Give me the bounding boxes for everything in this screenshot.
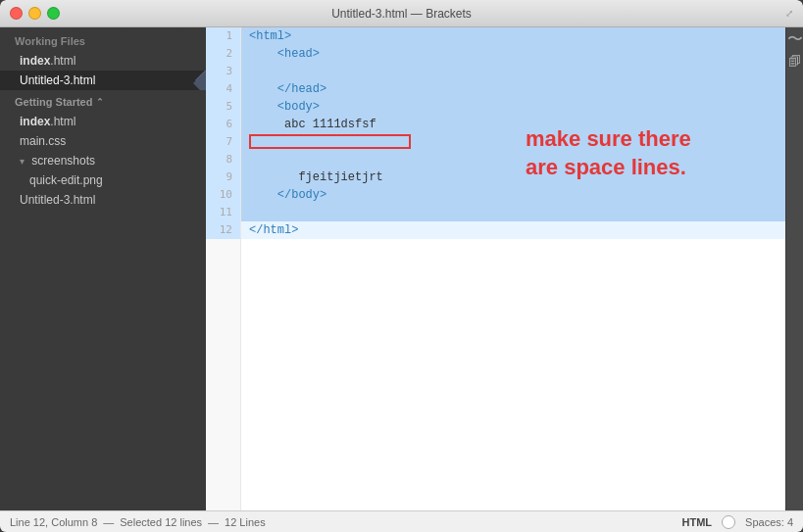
line-num-8: 8 — [206, 151, 240, 169]
statusbar-dash2: — — [208, 516, 219, 528]
sidebar-item-main-css[interactable]: main.css — [0, 131, 206, 151]
code-line-6: abc 1111dsfsf — [241, 116, 785, 133]
sidebar-item-screenshots-folder[interactable]: ▾ screenshots — [0, 151, 206, 170]
file-label: index.html — [20, 115, 75, 128]
spaces-label[interactable]: Spaces: 4 — [745, 516, 793, 528]
line-numbers: 1 2 3 4 5 6 7 8 9 10 11 12 — [206, 27, 241, 510]
code-line-1: <html> — [241, 27, 785, 45]
sidebar-item-quick-edit[interactable]: quick-edit.png — [0, 170, 206, 190]
code-line-5: <body> — [241, 98, 785, 116]
wave-icon[interactable]: 〜 — [788, 32, 802, 46]
expand-icon[interactable]: ⤢ — [785, 8, 793, 19]
sidebar-item-untitled3-gs[interactable]: Untitled-3.html — [0, 190, 206, 210]
getting-started-label: Getting Started — [15, 96, 92, 108]
annotation: make sure there are space lines. — [526, 125, 691, 181]
folder-arrow: ▾ — [20, 156, 25, 167]
cursor-position: Line 12, Column 8 — [10, 516, 97, 528]
code-line-8 — [241, 151, 785, 169]
file-label: Untitled-3.html — [20, 193, 95, 207]
window-controls — [10, 7, 60, 20]
statusbar-dash: — — [103, 516, 114, 528]
lines-count: 12 Lines — [225, 516, 266, 528]
file-label: quick-edit.png — [29, 173, 103, 187]
file-label: Untitled-3.html — [20, 73, 95, 87]
language-label[interactable]: HTML — [682, 516, 713, 528]
selected-arrow — [195, 71, 206, 90]
selection-info: Selected 12 lines — [120, 516, 202, 528]
code-lines[interactable]: <html> <head> </head> <body> abc 1111dsf… — [241, 27, 785, 510]
sidebar-item-untitled3-working[interactable]: Untitled-3.html — [0, 71, 206, 90]
sidebar: Working Files index.html Untitled-3.html… — [0, 27, 206, 510]
sidebar-item-index-working[interactable]: index.html — [0, 51, 206, 71]
sidebar-item-index-gs[interactable]: index.html — [0, 112, 206, 131]
code-line-4: </head> — [241, 80, 785, 98]
line-num-4: 4 — [206, 80, 240, 98]
line-num-11: 11 — [206, 204, 240, 221]
file-label: main.css — [20, 134, 66, 148]
code-line-3 — [241, 63, 785, 80]
line-num-10: 10 — [206, 186, 240, 204]
editor-content: 1 2 3 4 5 6 7 8 9 10 11 12 <html> <head>… — [206, 27, 785, 510]
status-circle — [722, 515, 735, 529]
folder-label: screenshots — [31, 154, 95, 168]
line-num-5: 5 — [206, 98, 240, 116]
minimize-button[interactable] — [28, 7, 41, 20]
code-line-12: </html> — [241, 221, 785, 239]
titlebar: Untitled-3.html — Brackets ⤢ — [0, 0, 803, 27]
maximize-button[interactable] — [47, 7, 60, 20]
code-line-9: fjeitjietjrt — [241, 169, 785, 186]
line-num-3: 3 — [206, 63, 240, 80]
right-sidebar: 〜 🗐 — [785, 27, 803, 510]
code-line-2: <head> — [241, 45, 785, 63]
chevron-icon: ⌃ — [96, 97, 104, 107]
working-files-label: Working Files — [0, 27, 206, 51]
statusbar: Line 12, Column 8 — Selected 12 lines — … — [0, 510, 803, 532]
getting-started-header[interactable]: Getting Started ⌃ — [0, 90, 206, 112]
annotation-line1: make sure there — [526, 125, 691, 154]
window-title: Untitled-3.html — Brackets — [331, 7, 472, 21]
code-line-11 — [241, 204, 785, 221]
line-num-7: 7 — [206, 133, 240, 151]
line-num-12: 12 — [206, 221, 240, 239]
code-line-7 — [241, 133, 785, 151]
editor-area[interactable]: 1 2 3 4 5 6 7 8 9 10 11 12 <html> <head>… — [206, 27, 785, 510]
close-button[interactable] — [10, 7, 23, 20]
app-body: Working Files index.html Untitled-3.html… — [0, 27, 803, 510]
line-num-9: 9 — [206, 169, 240, 186]
line-num-2: 2 — [206, 45, 240, 63]
cursor-box — [249, 134, 411, 149]
book-icon[interactable]: 🗐 — [788, 54, 802, 68]
statusbar-right: HTML Spaces: 4 — [682, 515, 793, 529]
file-label: index.html — [20, 54, 75, 68]
line-num-6: 6 — [206, 116, 240, 133]
annotation-line2: are space lines. — [526, 154, 691, 182]
code-line-10: </body> — [241, 186, 785, 204]
line-num-1: 1 — [206, 27, 240, 45]
